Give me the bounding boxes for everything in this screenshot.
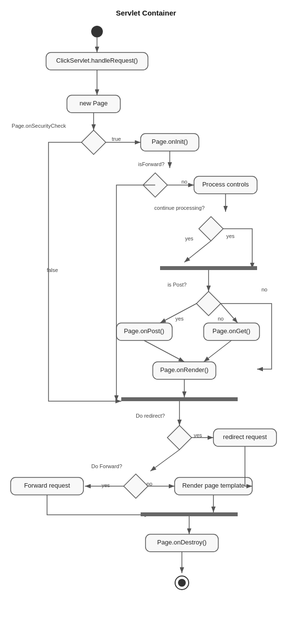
do-forward-label: Do Forward?	[91, 463, 122, 469]
diagram-title: Servlet Container	[116, 9, 176, 17]
render-page-template-label: Render page template	[182, 482, 245, 489]
page-onrender-label: Page.onRender()	[160, 366, 209, 373]
no2-label: no	[218, 316, 224, 322]
sync-bar-3	[141, 512, 238, 516]
forward-request-label: Forward request	[24, 482, 70, 489]
arrow-onget-onrender	[204, 340, 231, 362]
no4-label: no	[146, 481, 152, 487]
redirect-request-label: redirect request	[223, 433, 267, 441]
arrow-isforward-yes	[116, 185, 155, 401]
true-label: true	[112, 136, 121, 142]
isforward-label: isForward?	[138, 161, 164, 167]
yes1-label: yes	[185, 236, 194, 241]
yes3-label: yes	[175, 316, 184, 322]
arrow-doredirect-no	[150, 450, 179, 471]
arrow-false-path	[49, 142, 121, 401]
new-page-label: new Page	[80, 100, 108, 107]
doforward-diamond	[124, 474, 148, 498]
ispost-diamond	[196, 291, 221, 316]
continue-processing-label: continue processing?	[154, 205, 205, 211]
start-node	[91, 26, 103, 37]
yes5-label: yes	[101, 482, 110, 488]
is-post-label: is Post?	[167, 282, 186, 288]
continue-diamond	[199, 217, 223, 241]
security-diamond	[81, 130, 106, 154]
arrow-forward-bar3	[47, 495, 150, 515]
doredirect-diamond	[167, 425, 192, 450]
click-servlet-label: ClickServlet.handleRequest()	[56, 57, 138, 64]
page-oninit-label: Page.onInit()	[152, 138, 188, 145]
security-check-label: Page.onSecurityCheck	[12, 123, 66, 129]
page-ondestroy-label: Page.onDestroy()	[157, 539, 207, 546]
arrow-continue-yes	[184, 241, 211, 262]
diagram-container: Servlet Container ClickServlet.handleReq…	[0, 0, 292, 644]
page-onpost-label: Page.onPost()	[124, 327, 164, 335]
end-inner-circle	[178, 579, 186, 587]
page-onget-label: Page.onGet()	[212, 327, 250, 335]
sync-bar-1	[160, 266, 257, 270]
do-redirect-label: Do redirect?	[136, 413, 165, 419]
yes2-label: yes	[226, 233, 235, 239]
yes4-label: yes	[194, 432, 202, 438]
arrow-onpost-onrender	[144, 340, 184, 362]
no1-label: no	[181, 179, 187, 185]
sync-bar-2	[121, 397, 238, 401]
no3-label: no	[261, 287, 267, 292]
false-label: false	[47, 267, 58, 273]
process-controls-label: Process controls	[202, 181, 249, 188]
